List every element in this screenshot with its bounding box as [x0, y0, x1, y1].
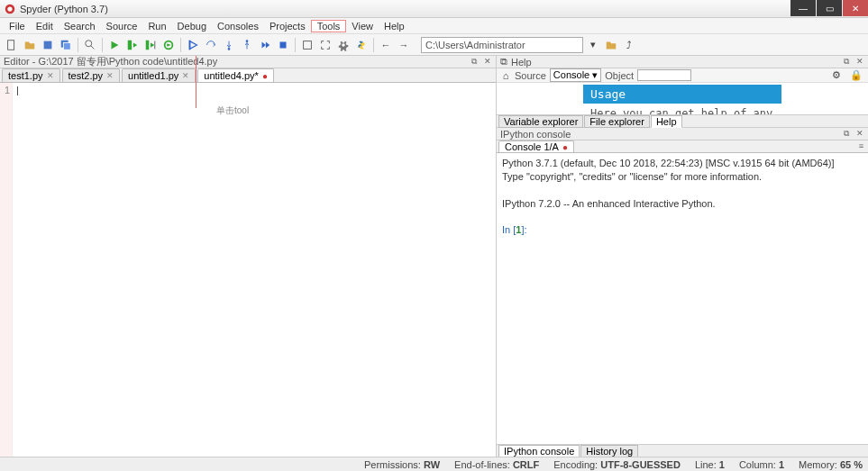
tab-variable-explorer[interactable]: Variable explorer [498, 115, 583, 128]
titlebar: Spyder (Python 3.7) — ▭ ✕ [0, 0, 868, 18]
menu-run[interactable]: Run [142, 21, 171, 32]
spyder-icon [4, 3, 16, 15]
parent-dir-icon[interactable]: ⤴ [621, 37, 637, 53]
console-undock-icon[interactable]: ⧉ [841, 129, 851, 139]
run-selection-icon[interactable] [160, 37, 177, 53]
stop-debug-icon[interactable] [275, 37, 291, 53]
step-over-icon[interactable] [203, 37, 219, 53]
help-close-icon[interactable]: ✕ [854, 57, 864, 67]
help-pane-options-icon[interactable]: ⧉ [500, 56, 507, 68]
debug-icon[interactable] [185, 37, 201, 53]
step-out-icon[interactable] [239, 37, 255, 53]
svg-rect-9 [146, 40, 150, 50]
right-pane: ⧉ Help ⧉ ✕ ⌂ Source Console ▾ Object ⚙ 🔒 [497, 56, 868, 457]
editor-pane: Editor - G:\2017 留专用\Python code\untitle… [0, 56, 497, 457]
toolbar-separator [78, 38, 78, 52]
editor-header: Editor - G:\2017 留专用\Python code\untitle… [0, 56, 496, 68]
status-encoding: Encoding: UTF-8-GUESSED [553, 459, 681, 470]
console-kernel-icon: ● [562, 142, 568, 152]
console-header: IPython console ⧉ ✕ [497, 128, 868, 140]
tab-close-icon[interactable]: ✕ [106, 71, 114, 80]
status-line: Line: 1 [695, 459, 725, 470]
svg-rect-8 [128, 40, 132, 50]
save-icon[interactable] [40, 37, 56, 53]
menu-file[interactable]: File [4, 21, 31, 32]
tab-untitled4[interactable]: untitled4.py*● [197, 68, 274, 82]
menu-consoles[interactable]: Consoles [212, 21, 264, 32]
menu-tools[interactable]: Tools [311, 20, 347, 32]
svg-rect-17 [280, 41, 287, 48]
help-header: ⧉ Help ⧉ ✕ [497, 56, 868, 68]
console-output[interactable]: Python 3.7.1 (default, Dec 10 2018, 22:5… [497, 153, 868, 444]
tab-untitled1[interactable]: untitled1.py✕ [122, 68, 196, 82]
svg-point-1 [7, 6, 12, 11]
minimize-button[interactable]: — [790, 0, 816, 16]
console-line: Type "copyright", "credits" or "license"… [502, 170, 863, 184]
preferences-icon[interactable] [335, 37, 352, 53]
find-icon[interactable] [82, 37, 98, 53]
open-file-icon[interactable] [22, 37, 38, 53]
menu-source[interactable]: Source [101, 21, 143, 32]
help-source-combo[interactable]: Console ▾ [550, 68, 601, 82]
tab-test2[interactable]: test2.py✕ [62, 68, 121, 82]
console-options-icon[interactable]: ≡ [856, 141, 866, 151]
menubar: File Edit Search Source Run Debug Consol… [0, 18, 868, 34]
window-title: Spyder (Python 3.7) [20, 4, 864, 14]
browse-wd-icon[interactable] [603, 37, 619, 53]
code-editor[interactable]: 1 | 单击tool [0, 83, 496, 457]
new-file-icon[interactable] [4, 37, 20, 53]
toolbar-separator [102, 38, 103, 52]
tab-ipython-console[interactable]: IPython console [498, 445, 580, 457]
help-undock-icon[interactable]: ⧉ [841, 57, 851, 67]
menu-help[interactable]: Help [379, 21, 410, 32]
menu-edit[interactable]: Edit [31, 21, 59, 32]
forward-icon[interactable]: → [396, 37, 412, 53]
maximize-button[interactable]: ▭ [817, 0, 842, 16]
annotation-line [196, 56, 196, 108]
modified-icon: ● [262, 71, 268, 81]
menu-search[interactable]: Search [59, 21, 101, 32]
continue-icon[interactable] [257, 37, 273, 53]
wd-dropdown-icon[interactable]: ▾ [585, 37, 601, 53]
svg-line-7 [91, 45, 95, 49]
tab-history-log[interactable]: History log [580, 445, 638, 457]
close-button[interactable]: ✕ [843, 0, 868, 16]
console-tab-1[interactable]: Console 1/A ● [498, 140, 574, 152]
tab-help[interactable]: Help [651, 115, 682, 128]
tab-test1[interactable]: test1.py✕ [2, 68, 60, 82]
help-bottom-tabs: Variable explorer File explorer Help [497, 114, 868, 127]
menu-view[interactable]: View [346, 21, 379, 32]
console-prompt[interactable]: In [1]: [502, 223, 863, 237]
console-close-icon[interactable]: ✕ [854, 129, 864, 139]
maximize-pane-icon[interactable] [299, 37, 315, 53]
help-object-input[interactable] [637, 69, 691, 81]
step-into-icon[interactable] [221, 37, 237, 53]
svg-point-6 [86, 40, 92, 46]
tab-file-explorer[interactable]: File explorer [584, 115, 650, 128]
menu-projects[interactable]: Projects [264, 21, 311, 32]
code-text-area[interactable]: | 单击tool [13, 83, 496, 457]
status-eol: End-of-lines: CRLF [454, 459, 539, 470]
help-lock-icon[interactable]: 🔒 [848, 68, 864, 84]
status-memory: Memory: 65 % [799, 459, 863, 470]
run-cell-advance-icon[interactable] [142, 37, 159, 53]
help-options-icon[interactable]: ⚙ [828, 68, 845, 84]
editor-close-icon[interactable]: ✕ [482, 57, 492, 67]
save-all-icon[interactable] [58, 37, 74, 53]
fullscreen-icon[interactable] [317, 37, 333, 53]
editor-undock-icon[interactable]: ⧉ [469, 57, 479, 67]
back-icon[interactable]: ← [378, 37, 394, 53]
python-path-icon[interactable] [353, 37, 370, 53]
status-bar: Permissions: RW End-of-lines: CRLF Encod… [0, 457, 868, 471]
svg-point-14 [228, 48, 231, 50]
tab-close-icon[interactable]: ✕ [47, 71, 54, 80]
tab-close-icon[interactable]: ✕ [182, 71, 189, 80]
help-home-icon[interactable]: ⌂ [500, 70, 511, 81]
svg-rect-2 [8, 40, 14, 50]
menu-debug[interactable]: Debug [172, 21, 212, 32]
svg-rect-18 [304, 41, 312, 49]
run-icon[interactable] [106, 37, 123, 53]
run-cell-icon[interactable] [124, 37, 141, 53]
main-content: Editor - G:\2017 留专用\Python code\untitle… [0, 56, 868, 457]
working-directory-input[interactable]: C:\Users\Administrator [421, 37, 583, 53]
